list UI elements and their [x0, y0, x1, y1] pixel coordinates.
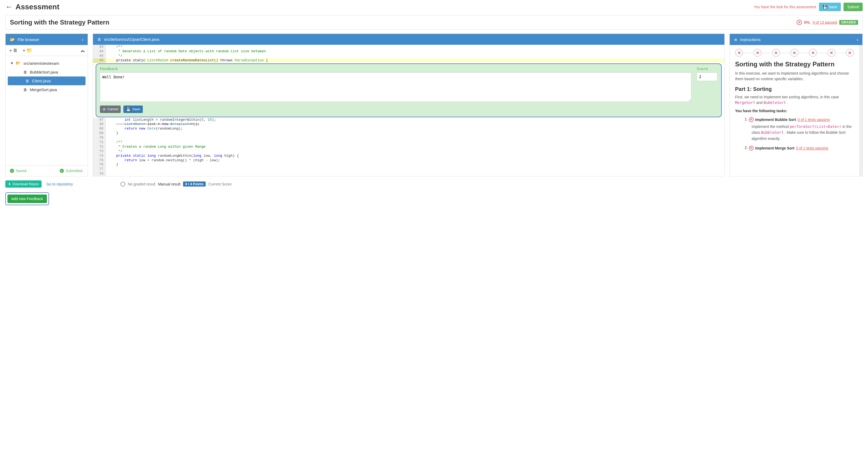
tree-folder-root[interactable]: ▾ 📂 src/artemistestexam	[6, 59, 88, 68]
line-number: 45	[93, 54, 106, 58]
new-folder-icon[interactable]: ＋📁	[22, 47, 32, 54]
code-content: * Generates a List of random Date object…	[106, 49, 724, 54]
instructions-part1-title: Part 1: Sorting	[735, 86, 854, 92]
score-header-label: Score	[697, 67, 717, 71]
timeline-fail-node[interactable]: ✕	[790, 49, 799, 57]
code-line[interactable]: 70	[93, 136, 724, 140]
code-line[interactable]: 74 private static long randomLongWithin(…	[93, 154, 724, 158]
code-line[interactable]: 76 }	[93, 162, 724, 167]
code-line[interactable]: 72 * Creates a random Long within given …	[93, 145, 724, 149]
goto-repo-link[interactable]: Go to repository	[46, 182, 73, 186]
task-item-1: 1. ✕ Implement Bubble Sort 0 of 1 tests …	[745, 116, 854, 142]
code-line[interactable]: 75 return low + random.nextLong() * (hig…	[93, 158, 724, 163]
line-number: 70	[93, 136, 106, 140]
task-status-link[interactable]: 0 of 1 tests passing	[796, 145, 828, 151]
feedback-cancel-button[interactable]: ⊘ Cancel	[100, 105, 121, 113]
code-content: int listLength = randomIntegerWithin(5, …	[106, 118, 724, 122]
check-icon: ✓	[10, 169, 14, 173]
new-file-icon[interactable]: ＋🗎	[8, 47, 18, 54]
save-icon: 💾	[823, 5, 827, 9]
line-number: 69	[93, 131, 106, 136]
current-score-text: Current Score	[208, 182, 231, 186]
save-button[interactable]: 💾 Save	[819, 3, 841, 11]
tree-file-label: Client.java	[32, 79, 51, 83]
submit-label: Submit	[847, 5, 859, 9]
score-input[interactable]	[697, 72, 717, 81]
code-content	[106, 167, 724, 171]
file-browser-panel: 📂 File browser ‹ ＋🗎 ＋📁 ︽ ▾ 📂 src/artemis…	[5, 34, 88, 177]
result-passed-link[interactable]: 0 of 13 passed	[813, 20, 837, 25]
code-line[interactable]: 46 private static List<Date> createRando…	[93, 58, 724, 63]
file-browser-title: File browser	[18, 37, 39, 42]
instructions-title: Instructions	[740, 37, 761, 42]
tree-file-mergesort[interactable]: 🗎 MergeSort.java	[6, 85, 88, 94]
test-timeline: ✕ ✕ ✕ ✕ ✕ ✕ ✕	[730, 45, 859, 61]
graded-badge: GRADED	[839, 20, 858, 25]
line-number: 74	[93, 154, 106, 158]
timeline-fail-node[interactable]: ✕	[772, 49, 780, 57]
instructions-panel: ≣ Instructions › ✕ ✕ ✕ ✕ ✕ ✕ ✕ Sorting w…	[730, 34, 863, 177]
timeline-fail-node[interactable]: ✕	[735, 49, 743, 57]
feedback-textarea[interactable]	[100, 72, 691, 102]
feedback-header-label: Feedback	[100, 67, 691, 71]
code-content: * Creates a random Long within given Ran…	[106, 145, 724, 149]
tasks-intro: You have the following tasks:	[735, 109, 854, 113]
code-content: private static List<Date> createRandomDa…	[106, 58, 724, 63]
instructions-part1-body: First, we need to implement two sorting …	[735, 94, 854, 105]
task-title: Implement Merge Sort	[755, 145, 795, 151]
chevron-down-icon: ▾	[11, 61, 13, 66]
text: First, we need to implement two sorting …	[735, 95, 839, 99]
code-content: return low + random.nextLong() * (high -…	[106, 158, 724, 163]
tree-folder-label: src/artemistestexam	[24, 61, 59, 66]
code-line[interactable]: 43 /**	[93, 45, 724, 49]
code-content: private static long randomLongWithin(lon…	[106, 154, 724, 158]
timeline-fail-node[interactable]: ✕	[828, 49, 836, 57]
folder-open-icon: 📂	[10, 37, 15, 42]
code-line[interactable]: 68 return new Date(randomLong);	[93, 127, 724, 131]
feedback-save-button[interactable]: 💾 Save	[123, 105, 143, 113]
task-body: Implement the method performSort(List<Da…	[745, 124, 854, 142]
code-line[interactable]: 71 /**	[93, 140, 724, 145]
timeline-fail-node[interactable]: ✕	[809, 49, 817, 57]
tree-file-client[interactable]: 🗎 Client.java	[8, 76, 86, 85]
line-number: 47	[93, 118, 106, 122]
tree-file-bubblesort[interactable]: 🗎 BubbleSort.java	[6, 68, 88, 76]
timeline-fail-node[interactable]: ✕	[846, 49, 854, 57]
code-content: */	[106, 149, 724, 154]
code-ref: performSort(List<Date>)	[790, 124, 841, 129]
code-panel: 🗎 src/de/tum/cs/i1/pse/Client.java 43 /*…	[93, 34, 725, 177]
line-number: 48	[93, 122, 106, 127]
code-line[interactable]: 47 int listLength = randomIntegerWithin(…	[93, 118, 724, 122]
task-status-link[interactable]: 0 of 1 tests passing	[798, 117, 830, 123]
collapse-updown-icon[interactable]: ︽	[81, 48, 85, 53]
code-file-path: src/de/tum/cs/i1/pse/Client.java	[104, 37, 159, 41]
code-line[interactable]: 69 }	[93, 131, 724, 136]
task-number: 2.	[745, 146, 748, 150]
submitted-status: ✓ Submitted.	[60, 169, 83, 173]
result-percent: 0%,	[804, 20, 810, 25]
result-indicator-icon	[120, 182, 125, 187]
code-content: }	[106, 131, 724, 136]
result-fail-icon: ✕	[797, 20, 802, 25]
line-number: 72	[93, 145, 106, 149]
code-content: return new Date(randomLong);	[106, 127, 724, 131]
code-line[interactable]: 78	[93, 171, 724, 176]
timeline-fail-node[interactable]: ✕	[753, 49, 762, 57]
code-content	[106, 136, 724, 140]
collapse-left-icon[interactable]: ‹	[82, 37, 83, 42]
add-feedback-button[interactable]: Add new Feedback	[7, 194, 47, 203]
back-arrow-icon[interactable]: ←	[5, 3, 13, 11]
code-line[interactable]: 77	[93, 167, 724, 171]
download-repos-button[interactable]: ⬇ Download Repos	[5, 180, 41, 188]
task-fail-icon: ✕	[749, 117, 754, 122]
submit-button[interactable]: Submit	[843, 3, 863, 11]
line-number: 44	[93, 49, 106, 54]
collapse-right-icon[interactable]: ›	[857, 37, 858, 42]
code-line[interactable]: 73 */	[93, 149, 724, 154]
save-label: Save	[829, 5, 837, 9]
code-ref: BubbleSort	[764, 100, 786, 105]
code-line[interactable]: 45 */	[93, 54, 724, 58]
code-line[interactable]: 48 List<Date> list = new ArrayList<>();	[93, 122, 724, 127]
manual-result-text: Manual result	[158, 182, 180, 186]
code-line[interactable]: 44 * Generates a List of random Date obj…	[93, 49, 724, 54]
